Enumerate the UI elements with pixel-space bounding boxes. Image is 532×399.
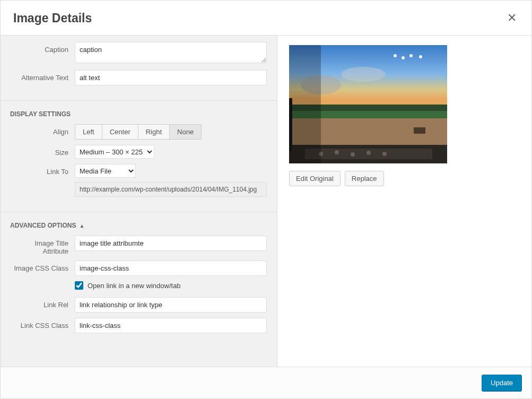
linkto-select[interactable]: Media File: [75, 164, 136, 178]
svg-point-11: [367, 151, 371, 155]
svg-point-10: [351, 152, 355, 157]
basic-section: Caption caption Alternative Text: [1, 36, 277, 101]
modal-footer: Update: [1, 367, 531, 398]
svg-point-15: [394, 54, 397, 57]
settings-column: Caption caption Alternative Text DISPLAY…: [1, 36, 277, 372]
align-left-button[interactable]: Left: [75, 124, 102, 140]
svg-point-17: [409, 54, 413, 57]
preview-actions: Edit Original Replace: [289, 171, 520, 186]
advanced-options-section: ADVANCED OPTIONS ▲ Image Title Attribute…: [1, 212, 277, 348]
svg-point-18: [419, 55, 422, 58]
caption-label: Caption: [10, 42, 75, 54]
caption-input[interactable]: caption: [75, 42, 267, 63]
open-new-tab-row: Open link in a new window/tab: [75, 281, 267, 290]
align-label: Align: [10, 124, 75, 136]
link-rel-label: Link Rel: [10, 297, 75, 309]
advanced-options-toggle[interactable]: ADVANCED OPTIONS ▲: [10, 222, 267, 229]
image-title-attr-input[interactable]: [75, 236, 267, 251]
image-title-attr-label: Image Title Attribute: [10, 236, 75, 255]
linkto-label: Link To: [10, 164, 75, 176]
link-css-class-label: Link CSS Class: [10, 318, 75, 329]
link-css-class-input[interactable]: [75, 318, 267, 333]
align-right-button[interactable]: Right: [138, 124, 170, 140]
update-button[interactable]: Update: [482, 375, 522, 391]
svg-point-12: [382, 152, 387, 156]
svg-point-2: [341, 67, 386, 82]
edit-original-button[interactable]: Edit Original: [289, 171, 341, 186]
svg-rect-19: [414, 127, 425, 134]
link-url-display: http://example.com/wp-content/uploads/20…: [75, 182, 267, 197]
display-settings-section: DISPLAY SETTINGS Align Left Center Right…: [1, 101, 277, 212]
svg-point-9: [335, 150, 339, 154]
image-css-class-input[interactable]: [75, 261, 267, 276]
modal-title: Image Details: [13, 11, 92, 25]
replace-button[interactable]: Replace: [345, 171, 384, 186]
open-new-tab-label: Open link in a new window/tab: [88, 282, 181, 290]
preview-column: Edit Original Replace: [277, 36, 531, 372]
align-none-button[interactable]: None: [170, 124, 202, 140]
align-button-group: Left Center Right None: [75, 124, 267, 140]
link-rel-input[interactable]: [75, 297, 267, 313]
align-center-button[interactable]: Center: [102, 124, 138, 140]
image-details-modal: Image Details ✕ Caption caption Alternat…: [0, 0, 532, 399]
modal-header: Image Details ✕: [1, 1, 531, 36]
alt-text-input[interactable]: [75, 70, 267, 85]
image-css-class-label: Image CSS Class: [10, 261, 75, 272]
close-icon[interactable]: ✕: [505, 11, 519, 25]
size-select[interactable]: Medium – 300 × 225: [75, 145, 154, 159]
display-settings-heading: DISPLAY SETTINGS: [10, 110, 267, 118]
modal-body: Caption caption Alternative Text DISPLAY…: [1, 36, 531, 372]
alt-text-label: Alternative Text: [10, 70, 75, 82]
caret-up-icon: ▲: [79, 223, 84, 229]
size-label: Size: [10, 145, 75, 157]
svg-rect-14: [289, 45, 321, 163]
open-new-tab-checkbox[interactable]: [75, 281, 83, 290]
svg-point-16: [402, 56, 405, 59]
image-preview: [289, 45, 447, 163]
